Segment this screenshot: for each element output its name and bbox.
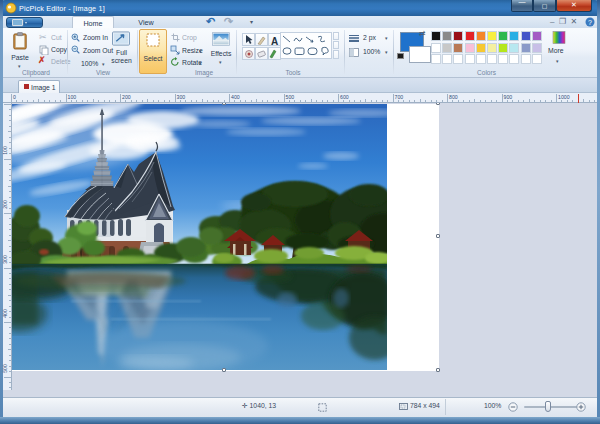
svg-text:?: ? <box>588 19 592 26</box>
svg-text:A: A <box>271 36 278 47</box>
